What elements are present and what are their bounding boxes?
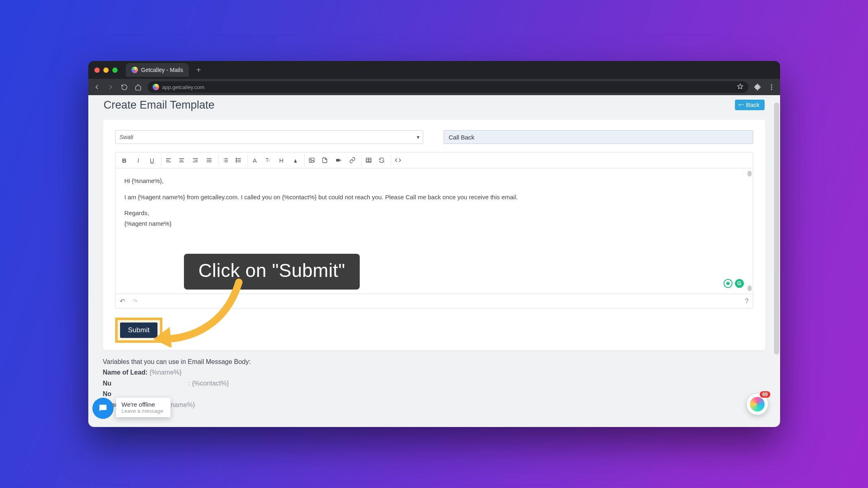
chat-launcher[interactable]: [92, 398, 114, 419]
link-icon[interactable]: [346, 154, 359, 166]
video-icon[interactable]: [332, 154, 345, 166]
undo-icon[interactable]: ↶: [120, 297, 125, 305]
svg-point-5: [236, 161, 236, 162]
menu-icon[interactable]: [767, 83, 776, 92]
var-contact-partial-left: Nu: [103, 380, 112, 387]
window-controls: [94, 68, 118, 73]
editor-scroll-down[interactable]: [748, 285, 752, 291]
image-icon[interactable]: [304, 154, 317, 166]
tab-title: Getcalley - Mails: [141, 67, 183, 73]
agent-select-value: Swati: [120, 134, 133, 140]
page-title: Create Email Template: [104, 99, 215, 111]
svg-point-0: [771, 84, 772, 85]
svg-point-1: [771, 87, 772, 88]
page-scrollbar[interactable]: [774, 102, 779, 355]
editor-footer: ↶ ↷ ?: [115, 294, 753, 309]
align-justify-icon[interactable]: [203, 154, 216, 166]
page-viewport: Create Email Template 🡐 Back Swati Call …: [88, 95, 780, 427]
align-left-icon[interactable]: [161, 154, 174, 166]
code-view-icon[interactable]: [391, 154, 404, 166]
editor-line: {%agent name%}: [125, 218, 744, 229]
subject-value: Call Back: [449, 134, 474, 141]
tutorial-tooltip: Click on "Submit": [184, 254, 360, 290]
page-header: Create Email Template 🡐 Back: [88, 95, 780, 115]
var-name-label: Name of Lead:: [103, 369, 148, 376]
text-color-icon[interactable]: [289, 154, 302, 166]
grammarly-logo-icon[interactable]: G: [735, 279, 744, 288]
font-family-icon[interactable]: A: [247, 154, 260, 166]
table-icon[interactable]: [361, 154, 374, 166]
editor-line: Hi {%name%},: [125, 176, 744, 186]
notification-launcher[interactable]: 69: [747, 394, 768, 415]
grammarly-widget: G: [724, 279, 744, 288]
svg-point-4: [236, 160, 236, 161]
var-name-placeholder: {%name%}: [149, 369, 181, 376]
list-unordered-icon[interactable]: [232, 154, 245, 166]
grammarly-status-icon[interactable]: [724, 279, 732, 288]
list-ordered-icon[interactable]: [218, 154, 231, 166]
variables-help: Variables that you can use in Email Mess…: [103, 357, 765, 410]
submit-highlight: Submit: [115, 318, 163, 343]
extensions-icon[interactable]: [753, 83, 762, 92]
chat-status-popover[interactable]: We're offline Leave a message: [116, 398, 171, 417]
bold-icon[interactable]: B: [118, 154, 131, 166]
chat-status-title: We're offline: [122, 401, 164, 408]
redo-icon[interactable]: ↷: [132, 297, 138, 305]
reload-icon[interactable]: [120, 83, 129, 92]
align-center-icon[interactable]: [175, 154, 188, 166]
nav-back-icon[interactable]: [92, 83, 101, 92]
close-icon[interactable]: [94, 68, 100, 73]
heading-icon[interactable]: H: [275, 154, 288, 166]
svg-point-7: [310, 159, 312, 160]
subject-input[interactable]: Call Back: [444, 130, 753, 144]
svg-rect-8: [336, 159, 340, 162]
refresh-icon[interactable]: [375, 154, 388, 166]
form-row: Swati Call Back: [115, 130, 753, 144]
bookmark-icon[interactable]: [737, 83, 743, 91]
minimize-icon[interactable]: [103, 68, 109, 73]
svg-rect-6: [309, 158, 314, 163]
nav-forward-icon[interactable]: [106, 83, 115, 92]
text-size-icon[interactable]: TI: [261, 154, 274, 166]
agent-select[interactable]: Swati: [115, 130, 423, 144]
notification-badge: 69: [760, 391, 770, 398]
help-icon[interactable]: ?: [745, 298, 749, 305]
var-notes-partial: No: [103, 390, 112, 397]
notification-logo-icon: [750, 397, 765, 412]
back-label: Back: [746, 101, 759, 108]
italic-icon[interactable]: I: [132, 154, 145, 166]
back-button[interactable]: 🡐 Back: [735, 100, 764, 110]
underline-icon[interactable]: U: [146, 154, 159, 166]
form-card: Swati Call Back B I U A TI H: [103, 120, 765, 350]
home-icon[interactable]: [134, 83, 143, 92]
svg-point-2: [771, 89, 772, 90]
tab-strip: Getcalley - Mails +: [88, 61, 780, 79]
new-tab-button[interactable]: +: [193, 64, 204, 76]
editor-scroll-up[interactable]: [748, 171, 752, 176]
var-contact-partial-right: : {%contact%}: [188, 380, 229, 387]
maximize-icon[interactable]: [112, 68, 118, 73]
address-bar[interactable]: app.getcalley.com: [148, 81, 748, 93]
align-right-icon[interactable]: [189, 154, 202, 166]
editor-line: I am {%agent name%} from getcalley.com. …: [125, 192, 744, 203]
arrow-left-icon: 🡐: [738, 101, 744, 108]
file-icon[interactable]: [318, 154, 331, 166]
variables-heading: Variables that you can use in Email Mess…: [103, 357, 765, 367]
url-text: app.getcalley.com: [162, 84, 205, 90]
browser-window: Getcalley - Mails + app.getcalley.com: [88, 61, 780, 427]
chat-status-subtitle: Leave a message: [122, 408, 164, 414]
editor-line: Regards,: [125, 208, 744, 218]
editor-toolbar: B I U A TI H: [115, 152, 753, 168]
svg-point-3: [236, 158, 236, 159]
tab-favicon-icon: [131, 67, 138, 73]
url-bar: app.getcalley.com: [88, 79, 780, 95]
browser-tab[interactable]: Getcalley - Mails: [126, 63, 189, 77]
submit-button[interactable]: Submit: [120, 322, 158, 338]
site-favicon-icon: [153, 84, 159, 90]
